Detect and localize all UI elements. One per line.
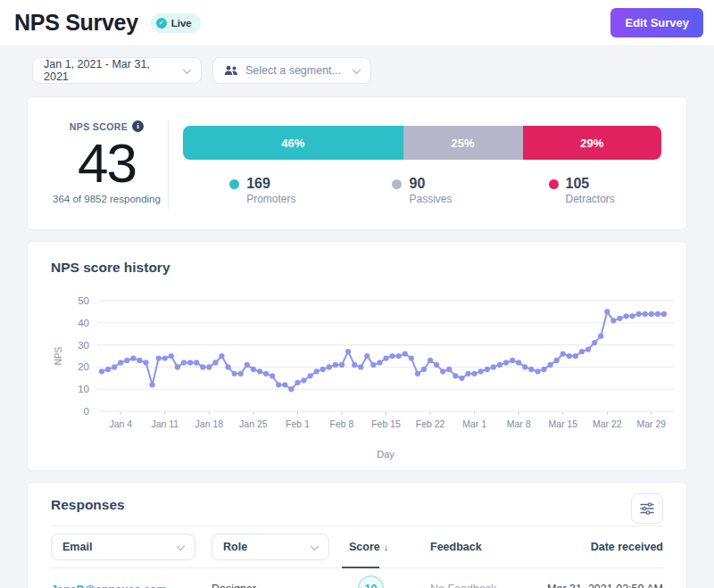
svg-text:30: 30 [78,340,89,351]
svg-text:Feb 1: Feb 1 [286,418,310,429]
nps-distribution: 46% 25% 29% 169 Promoters 90 Pass [169,120,661,210]
svg-text:Mar 22: Mar 22 [593,418,622,429]
svg-text:40: 40 [78,318,89,328]
email-filter-select[interactable]: Email [51,534,195,560]
detractors-dot-icon [549,179,559,189]
passives-bar-segment: 25% [403,126,523,160]
users-icon [224,65,238,76]
chevron-down-icon [183,65,192,74]
role-filter-select[interactable]: Role [212,534,329,560]
date-received-cell: Mar 31, 2021 02:59 AM [507,583,663,588]
svg-text:Day: Day [377,449,394,460]
edit-survey-button[interactable]: Edit Survey [610,8,703,37]
check-icon: ✓ [156,18,167,29]
live-status-badge: ✓ Live [151,13,201,33]
svg-text:20: 20 [78,361,89,372]
svg-text:Mar 29: Mar 29 [636,418,666,429]
sort-descending-icon: ↓ [384,542,389,552]
nps-score-summary: NPS SCORE i 43 364 of 9852 responding [53,120,169,210]
nps-history-card: NPS score history 01020304050Jan 4Jan 11… [27,241,687,471]
passives-dot-icon [392,179,402,189]
history-card-title: NPS score history [51,260,663,276]
nps-legend: 169 Promoters 90 Passives 105 Detractors [183,175,661,205]
detractors-legend-item: 105 Detractors [502,175,661,205]
svg-text:NPS: NPS [54,346,63,365]
chevron-down-icon [177,542,186,551]
svg-text:0: 0 [84,406,89,417]
feedback-column-header: Feedback [430,541,507,553]
segment-select[interactable]: Select a segment... [212,57,371,84]
nps-responding-count: 364 of 9852 responding [53,194,161,204]
date-received-column-header: Date received [507,541,663,553]
responses-title: Responses [51,497,663,513]
table-row: JaneD@appcues.com Designer 10 No Feedbac… [51,568,663,588]
score-column-header[interactable]: Score↓ [345,534,392,560]
table-filter-button[interactable] [631,493,663,524]
nps-history-chart: 01020304050Jan 4Jan 11Jan 18Jan 25Feb 1F… [51,288,663,467]
detractors-label: Detractors [566,193,615,205]
date-range-label: Jan 1, 2021 - Mar 31, 2021 [44,58,177,83]
detractors-bar-segment: 29% [523,126,661,160]
svg-text:Feb 8: Feb 8 [330,418,354,429]
detractors-count: 105 [566,175,615,192]
svg-text:Feb 22: Feb 22 [416,418,445,429]
responses-table-header: Email Role Score↓ Feedback Date received [51,526,663,568]
promoters-bar-segment: 46% [183,126,403,160]
promoters-label: Promoters [246,193,295,205]
nps-score-label: NPS SCORE i [53,120,161,132]
app-header: NPS Survey ✓ Live Edit Survey [0,0,714,46]
filter-sliders-icon [640,502,654,515]
promoters-legend-item: 169 Promoters [183,175,343,205]
svg-text:Jan 4: Jan 4 [109,418,132,429]
info-icon[interactable]: i [132,120,144,132]
svg-text:Feb 15: Feb 15 [371,418,401,429]
nps-score-value: 43 [53,134,161,192]
svg-text:Jan 11: Jan 11 [151,418,178,429]
svg-text:Mar 8: Mar 8 [507,418,531,429]
passives-label: Passives [409,193,452,205]
role-cell: Designer [212,583,345,588]
live-label: Live [171,18,192,29]
svg-text:Jan 25: Jan 25 [239,418,268,429]
chevron-down-icon [311,542,320,551]
page-title: NPS Survey [14,10,138,36]
responses-card: Responses Email Role [27,482,687,588]
svg-text:Mar 15: Mar 15 [548,418,577,429]
svg-text:50: 50 [78,295,89,306]
passives-legend-item: 90 Passives [343,175,502,205]
promoters-dot-icon [229,179,239,189]
svg-text:Jan 18: Jan 18 [195,418,224,429]
svg-text:Mar 1: Mar 1 [462,418,486,429]
promoters-count: 169 [246,175,295,192]
filter-bar: Jan 1, 2021 - Mar 31, 2021 Select a segm… [0,46,714,86]
nps-score-card: NPS SCORE i 43 364 of 9852 responding 46… [27,96,687,230]
feedback-cell: No Feedback [430,583,507,588]
date-range-select[interactable]: Jan 1, 2021 - Mar 31, 2021 [32,57,202,84]
segment-placeholder: Select a segment... [245,64,346,77]
chevron-down-icon [353,65,361,74]
nps-distribution-bar: 46% 25% 29% [183,126,661,160]
email-link[interactable]: JaneD@appcues.com [51,584,167,588]
svg-text:10: 10 [78,384,89,394]
passives-count: 90 [409,175,452,192]
score-badge: 10 [358,576,384,588]
